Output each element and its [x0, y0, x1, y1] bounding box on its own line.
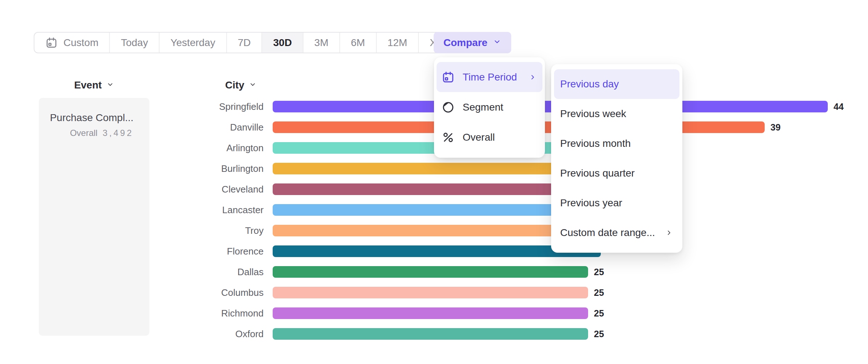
range-button-label: 3M [314, 37, 328, 49]
menu-item-label: Previous week [560, 108, 626, 120]
bar-value-label: 25 [594, 324, 604, 344]
bar-category-label: Oxford [0, 324, 264, 344]
chevron-down-icon [249, 80, 257, 88]
chevron-down-icon [249, 79, 257, 91]
bar-row-burlington: Burlington [0, 158, 868, 179]
bar-value-label: 25 [594, 282, 604, 303]
event-header-label: Event [74, 79, 102, 91]
bar-row-troy: Troy [0, 220, 868, 241]
menu-item-previous-year[interactable]: Previous year [554, 188, 679, 218]
percent-icon [442, 131, 455, 144]
range-button-label: 6M [351, 37, 365, 49]
chevron-right-icon [665, 229, 673, 237]
calendar-icon [442, 71, 455, 84]
menu-item-overall[interactable]: Overall [437, 122, 542, 152]
range-button-6m[interactable]: 6M [340, 33, 377, 53]
bar-category-label: Richmond [0, 303, 264, 324]
bar-row-florence: Florence [0, 241, 868, 262]
menu-item-label: Custom date range... [560, 227, 655, 239]
city-column-header[interactable]: City [225, 79, 257, 91]
bar-row-richmond: Richmond25 [0, 303, 868, 324]
range-button-7d[interactable]: 7D [227, 33, 263, 53]
compare-button[interactable]: Compare [434, 32, 511, 53]
menu-item-label: Time Period [463, 71, 517, 83]
bar-category-label: Danville [0, 117, 264, 138]
range-button-custom[interactable]: Custom [34, 33, 110, 53]
range-button-label: 7D [238, 37, 251, 49]
range-button-3m[interactable]: 3M [303, 33, 340, 53]
menu-item-label: Previous year [560, 197, 622, 209]
menu-item-label: Previous day [560, 78, 619, 90]
bar-category-label: Arlington [0, 138, 264, 158]
calendar-icon [45, 37, 58, 49]
bar-value-label: 25 [594, 303, 604, 324]
range-button-label: 30D [273, 37, 292, 49]
bar-row-cleveland: Cleveland [0, 179, 868, 200]
range-button-12m[interactable]: 12M [377, 33, 419, 53]
city-header-label: City [225, 79, 244, 91]
bar-dallas[interactable] [273, 266, 588, 278]
bar-category-label: Florence [0, 241, 264, 262]
chevron-down-icon [493, 37, 501, 49]
menu-item-segment[interactable]: Segment [437, 92, 542, 122]
range-button-today[interactable]: Today [110, 33, 160, 53]
menu-item-previous-week[interactable]: Previous week [554, 99, 679, 129]
menu-item-label: Overall [463, 132, 495, 143]
bar-category-label: Burlington [0, 158, 264, 179]
range-button-30d[interactable]: 30D [262, 33, 303, 53]
menu-item-previous-quarter[interactable]: Previous quarter [554, 158, 679, 188]
bar-oxford[interactable] [273, 328, 588, 340]
bar-category-label: Columbus [0, 282, 264, 303]
bar-row-oxford: Oxford25 [0, 324, 868, 344]
segment-icon [442, 101, 455, 114]
bar-category-label: Cleveland [0, 179, 264, 200]
menu-item-label: Previous month [560, 138, 631, 149]
chevron-down-icon [106, 80, 114, 88]
bar-category-label: Dallas [0, 262, 264, 282]
bar-value-label: 25 [594, 262, 604, 282]
menu-item-time-period[interactable]: Time Period [437, 62, 542, 92]
range-button-label: Custom [63, 37, 98, 49]
bar-row-columbus: Columbus25 [0, 282, 868, 303]
menu-item-custom-date-range[interactable]: Custom date range... [554, 218, 679, 248]
bar-columbus[interactable] [273, 287, 588, 298]
bar-richmond[interactable] [273, 307, 588, 319]
range-button-label: 12M [388, 37, 407, 49]
bar-row-lancaster: Lancaster [0, 200, 868, 220]
menu-item-label: Previous quarter [560, 167, 635, 179]
range-button-yesterday[interactable]: Yesterday [160, 33, 227, 53]
analytics-screen: CustomTodayYesterday7D30D3M6M12MXTD Comp… [0, 0, 868, 364]
time-period-submenu: Previous dayPrevious weekPrevious monthP… [551, 64, 682, 253]
bar-value-label: 44 [834, 96, 844, 117]
bar-category-label: Springfield [0, 96, 264, 117]
compare-button-label: Compare [443, 37, 487, 49]
bar-value-label: 39 [770, 117, 781, 138]
menu-item-previous-month[interactable]: Previous month [554, 129, 679, 158]
chevron-down-icon [493, 37, 501, 46]
event-column-header[interactable]: Event [39, 79, 149, 91]
range-button-label: Today [121, 37, 148, 49]
bar-springfield[interactable] [273, 101, 828, 112]
chevron-down-icon [106, 79, 114, 91]
bar-category-label: Troy [0, 220, 264, 241]
date-range-toolbar: CustomTodayYesterday7D30D3M6M12MXTD [34, 32, 475, 53]
compare-dropdown-menu: Time PeriodSegmentOverall [434, 57, 545, 158]
bar-row-dallas: Dallas25 [0, 262, 868, 282]
menu-item-previous-day[interactable]: Previous day [554, 69, 679, 99]
bar-category-label: Lancaster [0, 200, 264, 220]
chevron-right-icon [529, 73, 537, 81]
range-button-label: Yesterday [170, 37, 215, 49]
menu-item-label: Segment [463, 102, 503, 113]
